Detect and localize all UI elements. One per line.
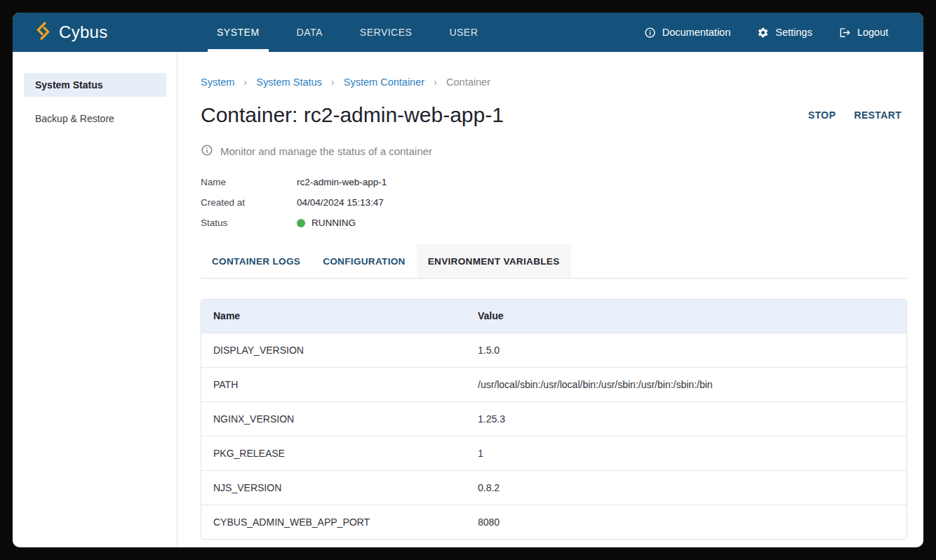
env-var-name: PKG_RELEASE	[201, 436, 466, 470]
nav-tab-label: SERVICES	[360, 27, 413, 38]
env-var-value: 1.5.0	[466, 333, 907, 367]
column-header-value: Value	[466, 300, 907, 333]
breadcrumb-link-system-status[interactable]: System Status	[256, 76, 321, 88]
breadcrumb-link-system-container[interactable]: System Container	[344, 76, 424, 88]
tab-label: ENVIRONMENT VARIABLES	[428, 256, 560, 267]
nav-tab-data[interactable]: DATA	[288, 13, 332, 52]
nav-tab-system[interactable]: SYSTEM	[208, 13, 269, 52]
logout-icon	[839, 27, 851, 39]
detail-value: 04/04/2024 15:13:47	[297, 197, 384, 208]
detail-row-status: Status RUNNING	[201, 213, 907, 233]
cybus-logo-icon	[35, 22, 51, 43]
breadcrumb-separator: ›	[243, 76, 247, 88]
env-var-value: 1	[466, 436, 907, 470]
status-running-dot	[297, 219, 305, 227]
table-row: PKG_RELEASE 1	[201, 436, 907, 470]
tab-environment-variables[interactable]: ENVIRONMENT VARIABLES	[417, 244, 571, 278]
env-var-name: CYBUS_ADMIN_WEB_APP_PORT	[201, 505, 466, 539]
tab-label: CONFIGURATION	[323, 256, 406, 267]
nav-tab-label: USER	[449, 27, 478, 38]
table-row: CYBUS_ADMIN_WEB_APP_PORT 8080	[201, 505, 907, 539]
env-var-name: DISPLAY_VERSION	[201, 333, 466, 367]
breadcrumb: System › System Status › System Containe…	[201, 76, 907, 88]
cybus-logo[interactable]: Cybus	[13, 13, 208, 52]
breadcrumb-separator: ›	[331, 76, 335, 88]
env-var-name: NJS_VERSION	[201, 470, 466, 505]
status-badge: RUNNING	[312, 218, 356, 228]
documentation-button[interactable]: Documentation	[644, 27, 731, 39]
tab-configuration[interactable]: CONFIGURATION	[312, 244, 417, 278]
detail-label: Created at	[201, 197, 297, 208]
documentation-label: Documentation	[662, 27, 731, 38]
table-row: NJS_VERSION 0.8.2	[201, 470, 907, 505]
gear-icon	[757, 27, 769, 39]
detail-label: Status	[201, 218, 297, 228]
detail-label: Name	[201, 177, 297, 187]
page-subtitle-row: Monitor and manage the status of a conta…	[201, 144, 907, 159]
breadcrumb-link-system[interactable]: System	[201, 76, 234, 88]
env-var-value: 8080	[466, 505, 907, 539]
main-content: System › System Status › System Containe…	[178, 52, 923, 547]
page-subtitle: Monitor and manage the status of a conta…	[220, 145, 432, 157]
table-row: PATH /usr/local/sbin:/usr/local/bin:/usr…	[201, 367, 907, 401]
top-navbar: Cybus SYSTEM DATA SERVICES USER	[13, 13, 923, 52]
stop-button[interactable]: STOP	[808, 109, 836, 121]
environment-variables-table: Name Value DISPLAY_VERSION 1.5.0 PATH /u…	[201, 299, 907, 540]
breadcrumb-current-container: Container	[446, 76, 490, 88]
detail-tabs: CONTAINER LOGS CONFIGURATION ENVIRONMENT…	[201, 244, 907, 279]
nav-tab-user[interactable]: USER	[440, 13, 487, 52]
table-row: DISPLAY_VERSION 1.5.0	[201, 333, 907, 367]
env-var-value: /usr/local/sbin:/usr/local/bin:/usr/sbin…	[466, 367, 907, 401]
tab-label: CONTAINER LOGS	[212, 256, 300, 267]
sidebar-item-backup-restore[interactable]: Backup & Restore	[24, 107, 166, 131]
column-header-name: Name	[201, 300, 466, 333]
table-header-row: Name Value	[201, 300, 907, 333]
settings-button[interactable]: Settings	[757, 27, 812, 39]
app-window: Cybus SYSTEM DATA SERVICES USER	[13, 13, 923, 547]
table-row: NGINX_VERSION 1.25.3	[201, 401, 907, 436]
primary-nav: SYSTEM DATA SERVICES USER	[208, 13, 506, 52]
container-actions: STOP RESTART	[808, 109, 907, 121]
settings-label: Settings	[775, 27, 812, 38]
sidebar-item-label: Backup & Restore	[35, 113, 114, 124]
restart-button[interactable]: RESTART	[854, 109, 902, 121]
tab-container-logs[interactable]: CONTAINER LOGS	[201, 244, 312, 278]
info-icon	[201, 144, 213, 159]
breadcrumb-separator: ›	[434, 76, 437, 88]
page-title: Container: rc2-admin-web-app-1	[201, 103, 504, 127]
env-var-value: 0.8.2	[466, 470, 907, 505]
sidebar-item-label: System Status	[35, 79, 102, 91]
nav-tab-label: SYSTEM	[217, 27, 260, 38]
status-value: RUNNING	[297, 218, 356, 228]
nav-tab-label: DATA	[297, 27, 323, 38]
detail-row-name: Name rc2-admin-web-app-1	[201, 172, 907, 192]
sidebar: System Status Backup & Restore	[13, 52, 178, 547]
logout-label: Logout	[857, 27, 888, 38]
navbar-actions: Documentation Settings Logout	[644, 13, 923, 52]
logo-text: Cybus	[59, 22, 108, 42]
container-details: Name rc2-admin-web-app-1 Created at 04/0…	[201, 172, 907, 233]
env-var-name: NGINX_VERSION	[201, 401, 466, 436]
logout-button[interactable]: Logout	[839, 27, 888, 39]
env-var-name: PATH	[201, 367, 466, 401]
info-icon	[644, 27, 656, 39]
env-var-value: 1.25.3	[466, 401, 907, 436]
detail-row-created-at: Created at 04/04/2024 15:13:47	[201, 192, 907, 213]
nav-tab-services[interactable]: SERVICES	[351, 13, 422, 52]
sidebar-item-system-status[interactable]: System Status	[24, 73, 166, 97]
detail-value: rc2-admin-web-app-1	[297, 177, 387, 187]
